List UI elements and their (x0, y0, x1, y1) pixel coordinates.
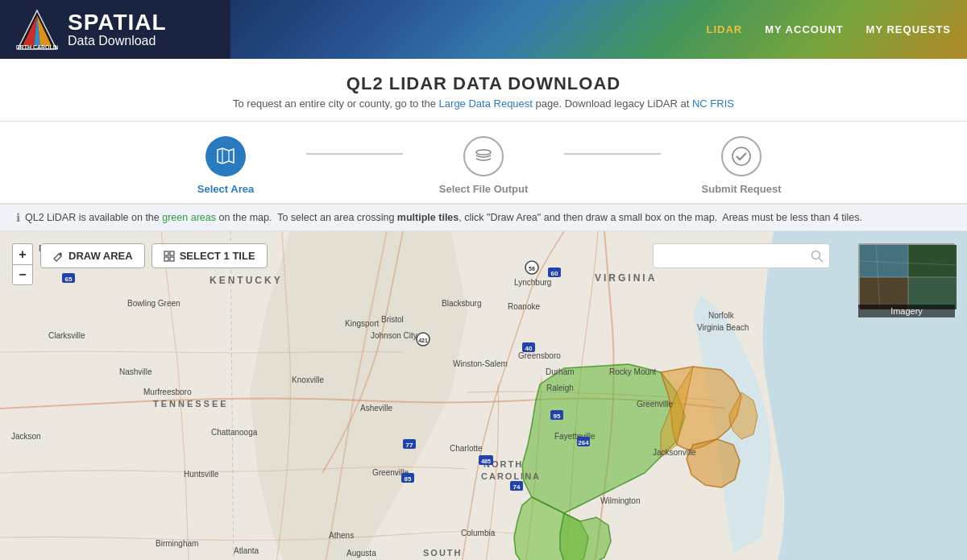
svg-text:VIRGINIA: VIRGINIA (595, 272, 657, 284)
svg-text:95: 95 (554, 413, 561, 420)
zoom-out-button[interactable]: − (12, 264, 33, 285)
checkmark-icon (731, 146, 752, 167)
svg-text:Birmingham: Birmingham (156, 539, 198, 548)
nav-lidar[interactable]: LIDAR (707, 23, 743, 35)
svg-text:Asheville: Asheville (360, 404, 392, 413)
step-select-file-circle (463, 136, 504, 176)
svg-text:Clarksville: Clarksville (48, 331, 85, 340)
svg-text:77: 77 (406, 442, 413, 449)
svg-text:Jacksonville: Jacksonville (653, 448, 696, 457)
svg-text:Knoxville: Knoxville (292, 375, 324, 384)
svg-text:Greenville: Greenville (637, 400, 673, 409)
step-select-file-label: Select File Output (439, 183, 529, 195)
map-icon (214, 145, 237, 168)
svg-text:Winston-Salem: Winston-Salem (453, 359, 508, 368)
svg-rect-83 (908, 245, 957, 277)
step-submit-label: Submit Request (702, 183, 782, 195)
nc-fris-link[interactable]: NC FRIS (692, 97, 734, 110)
svg-rect-77 (164, 257, 168, 261)
svg-text:421: 421 (418, 338, 428, 343)
svg-text:Durham: Durham (546, 367, 575, 376)
svg-text:Roanoke: Roanoke (508, 302, 540, 311)
svg-text:Johnson City: Johnson City (371, 331, 417, 340)
grid-icon (164, 251, 175, 262)
nav-requests[interactable]: MY REQUESTS (866, 23, 951, 35)
step-select-area[interactable]: Select Area (145, 136, 306, 195)
search-icon (811, 250, 824, 263)
zoom-controls: + − (12, 243, 33, 285)
svg-text:65: 65 (65, 276, 73, 283)
svg-text:Atlanta: Atlanta (234, 546, 259, 555)
svg-text:Charlotte: Charlotte (450, 444, 483, 453)
logo-title: SPATIAL (68, 11, 167, 34)
svg-text:Chattanooga: Chattanooga (211, 428, 258, 437)
search-input[interactable] (653, 243, 830, 268)
svg-text:58: 58 (529, 266, 535, 272)
svg-text:Raleigh: Raleigh (546, 384, 574, 392)
svg-text:Bowling Green: Bowling Green (127, 299, 181, 308)
svg-text:Columbia: Columbia (461, 529, 496, 537)
svg-text:TENNESSEE: TENNESSEE (153, 399, 229, 409)
info-icon: ℹ (16, 211, 20, 224)
logo-icon: NORTH CAROLINA (16, 9, 58, 51)
svg-text:NORTH CAROLINA: NORTH CAROLINA (16, 44, 58, 50)
svg-text:Bristol: Bristol (381, 315, 404, 324)
step-submit[interactable]: Submit Request (661, 136, 822, 195)
svg-rect-75 (164, 251, 168, 255)
imagery-preview-icon (860, 245, 957, 309)
map-background[interactable]: KENTUCKY VIRGINIA TENNESSEE NORTH CAROLI… (0, 231, 967, 560)
steps-section: Select Area Select File Output Submit Re… (0, 122, 967, 204)
nav-account[interactable]: MY ACCOUNT (765, 23, 843, 35)
step-submit-circle (721, 136, 762, 176)
select-tile-button[interactable]: SELECT 1 TILE (151, 243, 268, 268)
map-container: KENTUCKY VIRGINIA TENNESSEE NORTH CAROLI… (0, 231, 967, 560)
draw-select-buttons: DRAW AREA SELECT 1 TILE (40, 243, 268, 268)
imagery-thumbnail-image (858, 243, 955, 308)
green-areas-link[interactable]: green areas (162, 212, 216, 223)
svg-text:Wilmington: Wilmington (600, 496, 640, 505)
step-select-file[interactable]: Select File Output (403, 136, 564, 195)
svg-text:485: 485 (481, 458, 491, 464)
pencil-icon (52, 251, 64, 262)
svg-text:Augusta: Augusta (347, 549, 376, 558)
svg-text:Murfreesboro: Murfreesboro (143, 388, 192, 396)
title-section: QL2 LIDAR DATA DOWNLOAD To request an en… (0, 59, 967, 122)
header: NORTH CAROLINA SPATIAL Data Download LID… (0, 0, 967, 59)
svg-text:Norfolk: Norfolk (708, 311, 735, 320)
step-connector-1 (306, 153, 403, 155)
draw-area-button[interactable]: DRAW AREA (40, 243, 145, 268)
logo: NORTH CAROLINA SPATIAL Data Download (16, 9, 167, 51)
layers-icon (473, 146, 494, 167)
map-svg: KENTUCKY VIRGINIA TENNESSEE NORTH CAROLI… (0, 231, 967, 560)
imagery-thumbnail[interactable]: Imagery (858, 243, 955, 317)
svg-text:Rocky Mount: Rocky Mount (609, 367, 657, 376)
svg-point-7 (476, 150, 491, 155)
svg-text:CAROLINA: CAROLINA (481, 471, 541, 481)
svg-text:40: 40 (525, 345, 533, 352)
info-bar: ℹ QL2 LiDAR is available on the green ar… (0, 204, 967, 231)
page-title: QL2 LIDAR DATA DOWNLOAD (16, 73, 951, 94)
step-select-area-label: Select Area (197, 183, 254, 195)
svg-text:Greensboro: Greensboro (518, 351, 561, 360)
logo-subtitle: Data Download (68, 34, 167, 48)
page-subtitle: To request an entire city or county, go … (16, 97, 951, 110)
svg-point-79 (812, 251, 820, 259)
svg-text:Blacksburg: Blacksburg (442, 299, 481, 308)
svg-text:Kingsport: Kingsport (345, 319, 379, 328)
logo-text: SPATIAL Data Download (68, 11, 167, 48)
step-connector-2 (564, 153, 661, 155)
svg-line-80 (820, 258, 824, 262)
svg-text:264: 264 (578, 439, 589, 446)
svg-text:74: 74 (513, 483, 521, 491)
svg-text:Nashville: Nashville (119, 367, 152, 376)
zoom-in-button[interactable]: + (12, 243, 33, 264)
svg-text:85: 85 (405, 475, 412, 483)
svg-text:Virginia Beach: Virginia Beach (697, 323, 749, 332)
svg-text:Athens: Athens (329, 531, 354, 540)
svg-rect-76 (170, 251, 174, 255)
svg-text:KENTUCKY: KENTUCKY (210, 275, 283, 286)
step-select-area-circle (205, 136, 246, 176)
info-text: QL2 LiDAR is available on the green area… (25, 212, 862, 223)
large-data-request-link[interactable]: Large Data Request (439, 97, 533, 110)
svg-text:SOUTH: SOUTH (423, 548, 463, 558)
